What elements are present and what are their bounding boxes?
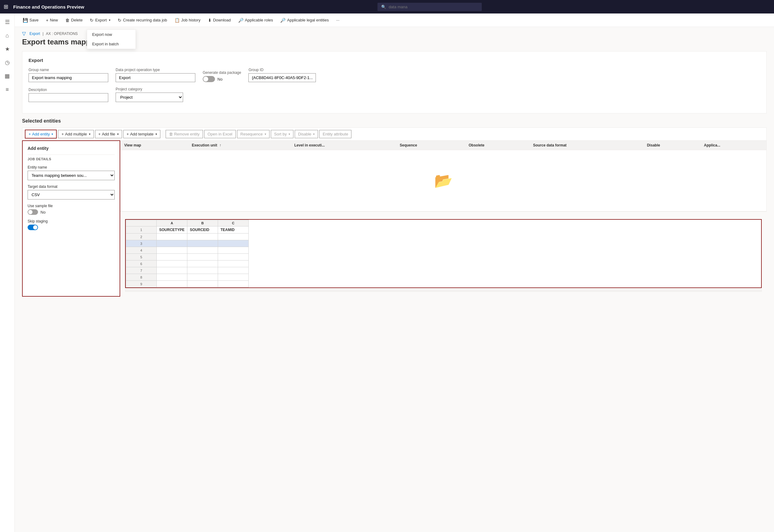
excel-cell[interactable] — [157, 254, 187, 260]
generate-package-toggle[interactable] — [203, 76, 215, 82]
add-template-button[interactable]: + Add template ▾ — [123, 130, 160, 138]
excel-cell[interactable] — [157, 274, 187, 281]
target-format-field: Target data format CSV Excel XML JSON — [28, 184, 115, 199]
excel-row: 4 — [126, 247, 249, 254]
sidebar-icon-modules[interactable]: ≡ — [1, 83, 13, 96]
project-category-label: Project category — [116, 87, 183, 91]
excel-row: 1SOURCETYPESOURCEIDTEAMID — [126, 226, 249, 234]
search-input[interactable] — [389, 5, 450, 9]
remove-entity-icon: 🗑 — [169, 132, 173, 136]
add-file-button[interactable]: + Add file ▾ — [95, 130, 122, 138]
data-project-input[interactable] — [116, 73, 195, 82]
sidebar-icon-workspaces[interactable]: ▦ — [1, 70, 13, 82]
target-format-select[interactable]: CSV Excel XML JSON — [28, 190, 115, 199]
excel-cell[interactable] — [218, 274, 249, 281]
excel-cell[interactable] — [218, 260, 249, 267]
resequence-button[interactable]: Resequence ▾ — [237, 130, 269, 138]
breadcrumb: Export | AX : OPERATIONS — [29, 32, 78, 36]
excel-cell[interactable] — [218, 240, 249, 247]
sort-by-button[interactable]: Sort by ▾ — [271, 130, 293, 138]
excel-row: 3 — [126, 240, 249, 247]
disable-button[interactable]: Disable ▾ — [295, 130, 318, 138]
sidebar-icon-home[interactable]: ⌂ — [1, 29, 13, 42]
excel-row: 7 — [126, 267, 249, 274]
delete-button[interactable]: 🗑 Delete — [62, 16, 86, 25]
breadcrumb-current: AX : OPERATIONS — [46, 32, 78, 36]
form-row-2: Description Project category Project Bas… — [29, 87, 760, 102]
add-entity-plus-icon: + — [29, 132, 31, 136]
excel-cell[interactable] — [157, 260, 187, 267]
use-sample-label: Use sample file — [28, 204, 115, 208]
download-icon: ⬇ — [208, 18, 212, 23]
applicable-roles-button[interactable]: 🔎 Applicable roles — [235, 16, 276, 25]
save-button[interactable]: 💾 Save — [20, 16, 42, 25]
create-recurring-button[interactable]: ↻ Create recurring data job — [115, 16, 170, 25]
download-button[interactable]: ⬇ Download — [205, 16, 234, 25]
excel-cell[interactable] — [187, 281, 218, 287]
table-empty-row: 📂 — [120, 150, 766, 211]
filter-icon[interactable]: ▽ — [22, 31, 26, 36]
horizontal-scrollbar[interactable] — [125, 289, 762, 292]
sidebar-icon-favorites[interactable]: ★ — [1, 43, 13, 55]
entity-toolbar: + Add entity ▾ + Add multiple ▾ + Add fi… — [22, 127, 767, 140]
group-id-input[interactable] — [248, 73, 316, 82]
remove-entity-button[interactable]: 🗑 Remove entity — [166, 130, 203, 138]
form-section-title: Export — [29, 58, 760, 63]
col-view-map: View map — [120, 141, 188, 150]
export-in-batch-item[interactable]: Export in batch — [87, 39, 135, 49]
toolbar-separator-1 — [163, 131, 163, 138]
excel-cell[interactable] — [218, 254, 249, 260]
sidebar-icon-recent[interactable]: ◷ — [1, 56, 13, 69]
applicable-legal-entities-button[interactable]: 🔎 Applicable legal entities — [277, 16, 332, 25]
excel-cell[interactable] — [157, 240, 187, 247]
excel-cell[interactable] — [187, 274, 218, 281]
excel-cell[interactable]: SOURCETYPE — [157, 226, 187, 234]
skip-staging-field: Skip staging — [28, 219, 115, 230]
use-sample-value: No — [40, 210, 46, 215]
entity-attribute-button[interactable]: Entity attribute — [319, 130, 351, 138]
entity-name-select[interactable]: Teams mapping between sou... — [28, 171, 115, 180]
excel-row: 5 — [126, 254, 249, 260]
excel-cell[interactable] — [187, 240, 218, 247]
export-now-item[interactable]: Export now — [87, 30, 135, 39]
excel-cell[interactable]: TEAMID — [218, 226, 249, 234]
export-form-section: Export Group name Data project operation… — [22, 51, 767, 113]
description-input[interactable] — [29, 93, 108, 102]
export-button[interactable]: ↻ Export ▾ — [87, 16, 113, 25]
col-execution-unit: Execution unit ↑ — [188, 141, 290, 150]
excel-cell[interactable]: SOURCEID — [187, 226, 218, 234]
excel-cell[interactable] — [157, 267, 187, 274]
use-sample-toggle[interactable] — [28, 209, 38, 215]
excel-cell[interactable] — [218, 247, 249, 254]
excel-cell[interactable] — [157, 234, 187, 240]
add-entity-button[interactable]: + Add entity ▾ — [25, 130, 57, 139]
group-name-input[interactable] — [29, 73, 108, 82]
global-search[interactable]: 🔍 — [377, 3, 482, 11]
excel-cell[interactable] — [187, 254, 218, 260]
skip-staging-toggle[interactable] — [28, 225, 38, 230]
excel-preview-section: A B C 1SOURCETYPESOURCEIDTEAMID23456789 — [120, 212, 767, 297]
more-button[interactable]: ··· — [333, 16, 342, 24]
excel-cell[interactable] — [187, 247, 218, 254]
col-applicable: Applica... — [700, 141, 766, 150]
add-multiple-button[interactable]: + Add multiple ▾ — [58, 130, 93, 138]
col-obsolete: Obsolete — [465, 141, 529, 150]
app-grid-icon[interactable]: ⊞ — [4, 3, 8, 10]
excel-cell[interactable] — [187, 260, 218, 267]
excel-cell[interactable] — [157, 281, 187, 287]
excel-cell[interactable] — [187, 234, 218, 240]
breadcrumb-export-link[interactable]: Export — [29, 32, 40, 36]
sidebar-icon-menu[interactable]: ☰ — [1, 16, 13, 28]
project-category-select[interactable]: Project Baseline Test — [116, 93, 183, 102]
excel-cell[interactable] — [157, 247, 187, 254]
new-button[interactable]: + New — [43, 16, 61, 25]
excel-cell[interactable] — [218, 234, 249, 240]
add-entity-panel-title: Add entity — [28, 146, 115, 151]
excel-cell[interactable] — [218, 267, 249, 274]
excel-cell[interactable] — [187, 267, 218, 274]
excel-cell[interactable] — [218, 281, 249, 287]
job-history-button[interactable]: 📋 Job history — [171, 16, 204, 25]
save-icon: 💾 — [23, 18, 28, 23]
entity-table: View map Execution unit ↑ Level in execu… — [120, 140, 767, 212]
open-in-excel-button[interactable]: Open in Excel — [204, 130, 236, 138]
